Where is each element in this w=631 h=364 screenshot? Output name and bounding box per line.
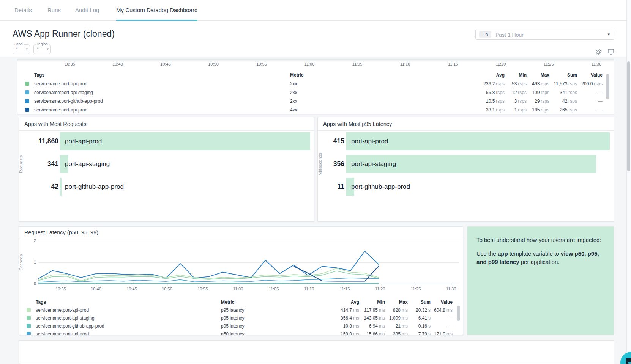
value-value: 604.8ms [434,308,453,313]
tab-details[interactable]: Details [14,0,32,21]
series-metric: 2xx [290,90,297,95]
x-tick: 11:00 [304,62,315,66]
value-value: 209.0rsps [581,81,603,86]
chevron-down-icon: ▾ [26,47,28,51]
x-tick: 11:25 [411,287,421,291]
legend-scrollbar[interactable] [457,306,460,321]
sum-value: 6.41s [418,315,431,321]
toplist-row[interactable]: 11,860 port-api-prod [19,132,309,150]
toplist-bar [60,178,62,196]
template-var-region[interactable]: region * ▾ [33,44,51,54]
widget-note: To best understand how your users are im… [467,226,614,335]
x-tick: 10:45 [160,62,171,66]
note-line-2: Use the app template variable to view p5… [476,249,605,266]
widget-title: Request Latency (p50, 95, 99) [24,229,98,235]
avg-value: 10.8ms [343,323,359,329]
widget-header: Apps with Most p95 Latency [318,117,614,131]
template-var-app-value: * [16,47,18,52]
x-tick: 11:10 [304,287,314,291]
toplist-label: port-github-app-prod [351,178,410,196]
template-var-region-name: region [36,42,49,46]
toplist-row[interactable]: 341 port-api-staging [19,155,309,173]
series-tag: servicename:port-github-app-prod [34,99,103,104]
min-value: 117.95ms [364,308,385,313]
page-scrollbar-track [626,0,631,364]
max-value: 493rsps [532,81,549,86]
time-range-picker[interactable]: 1h Past 1 Hour ▾ [475,30,614,40]
toplist-value: 341 [22,155,58,173]
series-metric: p95 latency [221,308,244,313]
legend-row[interactable]: servicename:port-api-staging p95 latency… [19,315,463,321]
template-var-app-name: app [15,42,24,46]
max-value: 109rsps [532,90,549,95]
series-tag: servicename:port-api-staging [34,90,93,95]
tv-mode-icon[interactable] [607,49,614,56]
latency-plot [38,239,460,286]
series-tag: servicename:port-api-prod [34,107,87,113]
series-color-swatch [27,324,31,328]
series-metric: 2xx [290,81,297,86]
toplist-row[interactable]: 356 port-api-staging [318,155,609,173]
legend-row[interactable]: servicename:port-api-prod 4xx 33.1rsps 1… [17,107,614,113]
x-tick: 11:05 [269,287,279,291]
note-line-1: To best understand how your users are im… [476,237,605,243]
tab-my-custom-datadog-dashboard[interactable]: My Custom Datadog Dashboard [116,0,197,21]
min-value: 3rsps [514,99,527,104]
x-tick: 11:05 [352,62,363,66]
legend-row[interactable]: servicename:port-api-staging 2xx 56.8rsp… [17,89,614,96]
avg-value: 236.2rsps [483,81,505,86]
sum-value: 265rsps [560,107,577,113]
toplist-value: 11 [308,178,344,196]
y-tick: 2 [25,238,36,243]
x-tick: 10:50 [208,62,219,66]
page-scrollbar-thumb[interactable] [627,61,630,171]
widget-header: Apps with Most Requests [19,117,314,131]
y-axis-label: Seconds [19,254,23,271]
y-tick: 1 [25,260,36,264]
toplist-row[interactable]: 42 port-github-app-prod [19,178,309,196]
series-metric: 4xx [290,107,297,113]
max-value: 29rsps [535,99,549,104]
value-value: — [597,107,603,113]
min-value: 53rsps [512,81,527,86]
value-value: — [447,315,453,321]
legend-scrollbar[interactable] [606,74,609,99]
series-tag: servicename:port-api-staging [36,315,95,321]
theme-toggle-icon[interactable] [595,48,603,58]
legend-header-min: Min [377,300,385,305]
x-tick: 11:10 [400,62,410,66]
template-var-region-value: * [37,47,39,52]
max-value: 185rsps [532,107,549,113]
sum-value: 42rsps [562,99,577,104]
series-tag: servicename:port-github-app-prod [36,323,104,329]
template-var-app[interactable]: app * ▾ [13,44,30,54]
toplist-label: port-api-prod [351,132,388,150]
legend-row[interactable]: servicename:port-github-app-prod 2xx 10.… [17,98,614,104]
tab-bar: Details Runs Audit Log My Custom Datadog… [0,0,631,21]
avg-value: 56.8rsps [486,90,505,95]
min-value: 6.94ms [369,323,385,329]
legend-row[interactable]: servicename:port-api-prod p95 latency 41… [19,307,463,313]
value-value: — [597,99,603,104]
tab-audit-log[interactable]: Audit Log [75,0,99,21]
legend-row[interactable]: servicename:port-github-app-prod p95 lat… [19,323,463,329]
legend-header-avg: Avg [351,300,359,305]
x-tick: 10:35 [65,62,75,66]
legend-header-metric: Metric [221,300,234,305]
widget-header: Request Latency (p50, 95, 99) [19,227,463,238]
avg-value: 10.5rsps [486,99,505,104]
legend-header-tags: Tags [34,72,44,78]
x-tick: 11:30 [592,62,602,66]
series-color-swatch [25,90,29,94]
x-tick: 10:35 [55,287,66,291]
x-tick: 11:30 [446,287,456,291]
toplist-row[interactable]: 11 port-github-app-prod [318,178,609,196]
legend-header-max: Max [541,72,549,78]
toplist-label: port-api-prod [65,132,102,150]
min-value: 15.86ms [366,331,385,335]
tab-runs[interactable]: Runs [47,0,61,21]
legend-row[interactable]: servicename:port-api-prod 2xx 236.2rsps … [17,81,614,87]
legend-row[interactable]: servicename:port-api-prod p50 latency 15… [19,331,463,335]
toplist-row[interactable]: 415 port-api-prod [318,132,609,150]
value-value: — [447,323,453,329]
